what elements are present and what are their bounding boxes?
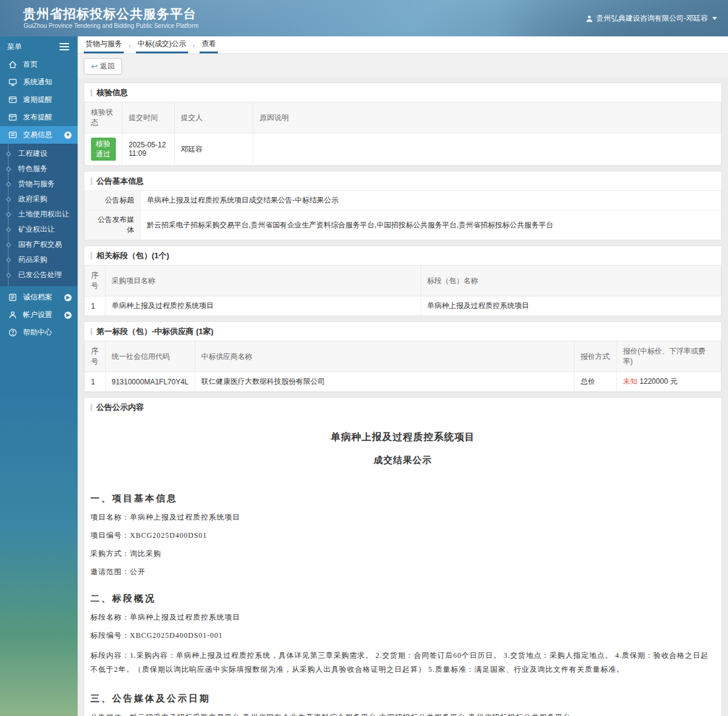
folder-icon xyxy=(8,130,18,139)
winner-panel-title: 第一标段（包）-中标供应商 (1家) xyxy=(84,322,721,341)
project-name-line: 项目名称：单病种上报及过程质控系统项目 xyxy=(90,512,715,523)
field-label: 公告发布媒体 xyxy=(85,210,141,240)
status-badge: 核验通过 xyxy=(91,138,116,161)
sidebar-item-label: 系统通知 xyxy=(23,77,52,87)
user-icon xyxy=(585,15,593,22)
sidebar-item-system-notice[interactable]: 系统通知 xyxy=(0,73,78,91)
toolbar: ↩ 返回 xyxy=(78,54,728,78)
app-header: 贵州省招标投标公共服务平台 GuiZhou Province Tendering… xyxy=(0,0,728,36)
person-icon xyxy=(8,310,18,320)
table-row: 公告标题 单病种上报及过程质控系统项目成交结果公告-中标结果公示 xyxy=(85,191,721,210)
sidebar-item-publish-reminder[interactable]: 发布提醒 xyxy=(0,109,78,126)
main-content: 货物与服务 › 中标(成交)公示 › 查看 ↩ 返回 核验信息 核验状态 提交时… xyxy=(78,36,728,716)
column-header: 序号 xyxy=(85,266,106,296)
hamburger-icon[interactable] xyxy=(59,41,69,52)
breadcrumb-goods-services[interactable]: 货物与服务 xyxy=(84,36,124,53)
document-icon xyxy=(8,293,18,302)
trade-submenu: 工程建设 特色服务 货物与服务 政府采购 土地使用权出让 矿业权出让 国有产权交… xyxy=(0,144,78,286)
sidebar-subitem-published-notice[interactable]: 已发公告处理 xyxy=(0,267,78,283)
sidebar-subitem-government-procurement[interactable]: 政府采购 xyxy=(0,192,78,207)
app-subtitle: GuiZhou Province Tendering and Bidding P… xyxy=(24,22,198,29)
sidebar-item-label: 逾期提醒 xyxy=(23,95,52,105)
sidebar-subitem-drug-procurement[interactable]: 药品采购 xyxy=(0,252,78,267)
winner-panel: 第一标段（包）-中标供应商 (1家) 序号 统一社会信用代码 中标供应商名称 报… xyxy=(84,321,722,392)
sidebar-subitem-state-property[interactable]: 国有产权交易 xyxy=(0,237,78,252)
table-row: 1 单病种上报及过程质控系统项目 单病种上报及过程质控系统项目 xyxy=(85,296,721,316)
section-content-line: 标段内容：1.采购内容：单病种上报及过程质控系统，具体详见第三章采购需求。 2.… xyxy=(90,649,715,677)
related-sections-title: 相关标段（包）(1个) xyxy=(84,246,721,265)
notice-document: 单病种上报及过程质控系统项目 成交结果公示 一、项目基本信息 项目名称：单病种上… xyxy=(84,417,721,716)
sidebar-item-label: 交易信息 xyxy=(23,130,52,140)
sidebar-item-home[interactable]: 首页 xyxy=(0,56,78,73)
column-header: 提交时间 xyxy=(123,102,175,133)
user-name: 贵州弘典建设咨询有限公司-邓廷容 xyxy=(596,13,708,24)
notice-info-table: 公告标题 单病种上报及过程质控系统项目成交结果公告-中标结果公示 公告发布媒体 … xyxy=(84,190,721,240)
sidebar-subitem-mining-right[interactable]: 矿业权出让 xyxy=(0,222,78,237)
user-menu[interactable]: 贵州弘典建设咨询有限公司-邓廷容 xyxy=(585,13,717,24)
document-subtitle: 成交结果公示 xyxy=(90,455,715,466)
notice-content-title: 公告公示内容 xyxy=(84,398,721,417)
price-method: 总价 xyxy=(575,372,617,392)
procurement-method-line: 采购方式：询比采购 xyxy=(90,549,715,559)
sidebar-subitem-special-service[interactable]: 特色服务 xyxy=(0,161,78,176)
title-bar-icon xyxy=(90,328,92,335)
table-row: 核验通过 2025-05-12 11:09 邓廷容 xyxy=(85,133,721,166)
winner-table: 序号 统一社会信用代码 中标供应商名称 报价方式 报价(中标价、下浮率或费率) … xyxy=(84,341,721,392)
verify-panel-title: 核验信息 xyxy=(84,83,721,102)
verify-table: 核验状态 提交时间 提交人 原因说明 核验通过 2025-05-12 11:09… xyxy=(84,102,721,166)
column-header: 中标供应商名称 xyxy=(195,341,574,372)
breadcrumb: 货物与服务 › 中标(成交)公示 › 查看 xyxy=(78,36,728,54)
breadcrumb-award-notice[interactable]: 中标(成交)公示 xyxy=(136,36,188,53)
sidebar-item-overdue-reminder[interactable]: 逾期提醒 xyxy=(0,91,78,109)
sidebar-item-label: 帐户设置 xyxy=(23,310,52,320)
sidebar-item-account-settings[interactable]: 帐户设置 ▶ xyxy=(0,306,78,324)
verify-panel: 核验信息 核验状态 提交时间 提交人 原因说明 核验通过 2025-05-12 … xyxy=(84,82,722,166)
title-bar-icon xyxy=(90,252,92,259)
folder-icon xyxy=(8,113,18,122)
notice-info-title: 公告基本信息 xyxy=(84,172,721,190)
submit-time: 2025-05-12 11:09 xyxy=(123,133,175,166)
column-header: 标段（包）名称 xyxy=(421,266,721,296)
price-unknown-flag: 未知 xyxy=(623,377,638,386)
notice-title-value: 单病种上报及过程质控系统项目成交结果公告-中标结果公示 xyxy=(141,191,721,210)
field-label: 公告标题 xyxy=(85,191,141,210)
section-heading-3: 三、公告媒体及公示日期 xyxy=(90,693,715,704)
credit-code: 91310000MA1FL70Y4L xyxy=(106,372,195,392)
related-sections-panel: 相关标段（包）(1个) 序号 采购项目名称 标段（包）名称 1 单病种上报及过程… xyxy=(84,246,722,316)
column-header: 原因说明 xyxy=(254,102,721,133)
caret-down-icon xyxy=(712,17,717,20)
document-title: 单病种上报及过程质控系统项目 xyxy=(90,431,715,444)
sidebar-subitem-goods-services[interactable]: 货物与服务 xyxy=(0,176,78,192)
column-header: 序号 xyxy=(85,341,106,372)
breadcrumb-separator: › xyxy=(129,42,131,49)
sidebar-item-label: 发布提醒 xyxy=(23,112,52,122)
submit-person: 邓廷容 xyxy=(175,133,254,166)
notice-media-value: 黔云招采电子招标采购交易平台,贵州省国有企业生产资料综合服务平台,中国招投标公共… xyxy=(141,210,721,240)
sidebar-item-trade-info[interactable]: 交易信息 ▼ xyxy=(0,126,78,144)
column-header: 核验状态 xyxy=(85,102,123,133)
sidebar-item-label: 首页 xyxy=(23,59,38,70)
chevron-right-circle-icon: ▶ xyxy=(64,294,72,301)
reason-cell xyxy=(254,133,721,166)
section-name: 单病种上报及过程质控系统项目 xyxy=(421,296,721,316)
sidebar-subitem-land-use-right[interactable]: 土地使用权出让 xyxy=(0,207,78,222)
sidebar-item-help-center[interactable]: 帮助中心 xyxy=(0,324,78,341)
title-bar-icon xyxy=(90,178,92,185)
column-header: 提交人 xyxy=(175,102,254,133)
sidebar-subitem-engineering[interactable]: 工程建设 xyxy=(0,146,78,161)
sidebar-item-label: 帮助中心 xyxy=(23,327,52,338)
section-heading-2: 二、标段概况 xyxy=(90,593,715,604)
breadcrumb-view[interactable]: 查看 xyxy=(200,36,218,53)
back-button-label: 返回 xyxy=(100,61,115,72)
sidebar-item-credit-archive[interactable]: 诚信档案 ▶ xyxy=(0,289,78,306)
row-index: 1 xyxy=(85,296,106,316)
back-button[interactable]: ↩ 返回 xyxy=(84,58,122,75)
sidebar: 菜单 首页 系统通知 逾期提醒 发布提醒 交易信息 ▼ 工程建设 特色服务 货物… xyxy=(0,36,78,716)
monitor-icon xyxy=(8,78,18,87)
title-bar-icon xyxy=(90,89,92,96)
sidebar-item-label: 诚信档案 xyxy=(23,292,52,303)
section-number-line: 标段编号：XBCG2025D400DS01-001 xyxy=(90,631,715,641)
price-cell: 未知 1220000 元 xyxy=(617,372,721,392)
table-row: 1 91310000MA1FL70Y4L 联仁健康医疗大数据科技股份有限公司 总… xyxy=(85,372,721,392)
home-icon xyxy=(8,60,18,69)
